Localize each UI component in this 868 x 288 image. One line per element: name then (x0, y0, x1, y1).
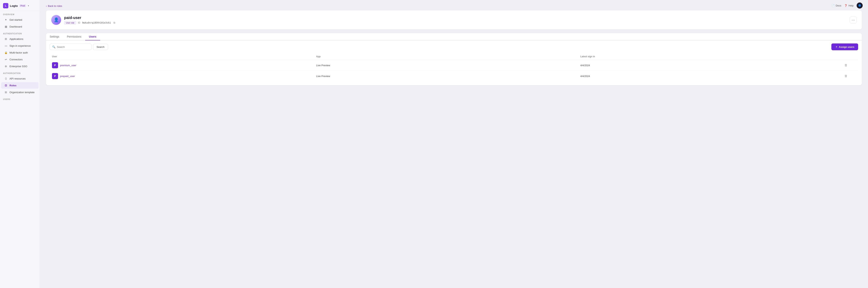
role-id-value: 9wkudnrqi85hh101e3sk1 (82, 22, 111, 24)
sidebar-item-get-started[interactable]: ✦ Get started (1, 17, 38, 23)
help-button[interactable]: ❓ Help (844, 4, 854, 7)
topbar: 📄 Docs ❓ Help 🔵 (826, 0, 868, 11)
assign-users-button[interactable]: ＋ Assign users (831, 43, 858, 50)
star-icon: ✦ (4, 18, 8, 22)
role-meta: User role ID 9wkudnrqi85hh101e3sk1 ⧉ (64, 21, 115, 25)
tab-permissions[interactable]: Permissions (63, 33, 85, 40)
more-options-button[interactable]: ⋯ (850, 17, 857, 23)
sidebar-item-label: Connectors (9, 58, 23, 61)
delete-user-button[interactable]: 🗑 (844, 64, 847, 67)
search-icon: 🔍 (52, 45, 55, 49)
users-table: User App Latest sign in P premium_user L… (46, 53, 862, 85)
sidebar-item-organization-template[interactable]: ⊞ Organization template (1, 89, 38, 95)
date-cell: 4/4/2024 (580, 75, 844, 77)
tab-settings[interactable]: Settings (46, 33, 63, 40)
sidebar-item-roles[interactable]: ⊡ Roles (1, 82, 38, 89)
table-header: User App Latest sign in (50, 53, 858, 60)
role-name: paid-user (64, 15, 115, 20)
user-avatar-icon: 🔵 (858, 4, 861, 7)
more-icon: ⋯ (851, 18, 855, 22)
dashboard-icon: ▦ (4, 25, 8, 28)
avatar[interactable]: 🔵 (857, 2, 863, 8)
sidebar-item-label: Organization template (9, 91, 34, 94)
tabs: Settings Permissions Users (46, 33, 862, 40)
sidebar-item-label: API resources (9, 77, 26, 80)
avatar: P (52, 73, 58, 79)
sidebar-item-label: Applications (9, 38, 23, 40)
copy-id-button[interactable]: ⧉ (114, 21, 115, 24)
plus-icon: ＋ (835, 45, 838, 49)
back-to-roles-link[interactable]: ‹ Back to roles (46, 5, 862, 7)
docs-button[interactable]: 📄 Docs (832, 4, 841, 7)
search-row: 🔍 Search ＋ Assign users (46, 40, 862, 53)
user-cell: P prepaid_user (52, 73, 316, 79)
roles-icon: ⊡ (4, 84, 8, 87)
sidebar: L Logto Prod ▾ OVERVIEW ✦ Get started ▦ … (0, 0, 40, 288)
user-cell: P premium_user (52, 62, 316, 68)
role-card-left: 👤 paid-user User role ID 9wkudnrqi85hh10… (51, 15, 115, 25)
sidebar-item-connectors[interactable]: ⇌ Connectors (1, 56, 38, 63)
search-button[interactable]: Search (93, 44, 108, 50)
app-cell: Live Preview (316, 75, 580, 77)
help-icon: ❓ (844, 4, 847, 7)
enterprise-icon: ⊕ (4, 65, 8, 68)
table-row: P prepaid_user Live Preview 4/4/2024 🗑 (50, 71, 858, 82)
section-label-authentication: AUTHENTICATION (0, 30, 40, 35)
role-badge: User role (64, 21, 76, 25)
sidebar-item-applications[interactable]: ⊞ Applications (1, 36, 38, 42)
user-name-link[interactable]: premium_user (60, 64, 76, 67)
delete-user-button[interactable]: 🗑 (844, 74, 847, 78)
avatar: P (52, 62, 58, 68)
sidebar-item-api-resources[interactable]: ⟨⟩ API resources (1, 75, 38, 82)
sidebar-item-label: Dashboard (9, 25, 22, 28)
chevron-left-icon: ‹ (46, 5, 47, 7)
search-controls: 🔍 Search (50, 44, 108, 50)
sidebar-item-label: Multi-factor auth (9, 51, 28, 54)
table-row: P premium_user Live Preview 4/4/2024 🗑 (50, 60, 858, 71)
app-name: Logto (10, 4, 18, 7)
section-label-users: USERS (0, 96, 40, 101)
search-input[interactable] (57, 45, 89, 49)
chevron-down-icon: ▾ (28, 5, 29, 7)
sidebar-item-enterprise-sso[interactable]: ⊕ Enterprise SSO (1, 63, 38, 69)
sidebar-item-multi-factor-auth[interactable]: 🔒 Multi-factor auth (1, 49, 38, 56)
docs-icon: 📄 (832, 4, 835, 7)
id-label: ID (78, 22, 80, 24)
back-link-label: Back to roles (48, 5, 62, 7)
env-badge: Prod (19, 4, 26, 7)
col-header-actions (844, 55, 856, 58)
lock-icon: 🔒 (4, 51, 8, 54)
applications-icon: ⊞ (4, 37, 8, 41)
col-header-user: User (52, 55, 316, 58)
sidebar-item-sign-in-experience[interactable]: ▭ Sign-in experience (1, 42, 38, 49)
col-header-app: App (316, 55, 580, 58)
role-card: 👤 paid-user User role ID 9wkudnrqi85hh10… (46, 10, 862, 29)
content-panel: Settings Permissions Users 🔍 Search ＋ As… (46, 33, 862, 85)
logo-area[interactable]: L Logto Prod ▾ (0, 0, 40, 11)
sign-in-icon: ▭ (4, 44, 8, 47)
sidebar-item-label: Get started (9, 19, 22, 21)
tab-users[interactable]: Users (85, 33, 100, 40)
section-label-overview: OVERVIEW (0, 11, 40, 16)
main-content: 📄 Docs ❓ Help 🔵 ‹ Back to roles 👤 paid-u… (40, 0, 868, 288)
col-header-latest-sign-in: Latest sign in (580, 55, 844, 58)
connectors-icon: ⇌ (4, 58, 8, 61)
app-cell: Live Preview (316, 64, 580, 67)
logo-icon: L (3, 3, 8, 8)
section-label-authorization: AUTHORIZATION (0, 70, 40, 75)
api-icon: ⟨⟩ (4, 77, 8, 80)
role-avatar: 👤 (51, 15, 61, 25)
sidebar-item-label: Enterprise SSO (9, 65, 27, 68)
sidebar-item-label: Roles (9, 84, 17, 87)
date-cell: 4/4/2024 (580, 64, 844, 67)
sidebar-item-label: Sign-in experience (9, 44, 31, 47)
org-template-icon: ⊞ (4, 91, 8, 94)
role-info: paid-user User role ID 9wkudnrqi85hh101e… (64, 15, 115, 25)
sidebar-item-dashboard[interactable]: ▦ Dashboard (1, 23, 38, 30)
search-input-wrap: 🔍 (50, 44, 91, 50)
user-name-link[interactable]: prepaid_user (60, 75, 75, 77)
